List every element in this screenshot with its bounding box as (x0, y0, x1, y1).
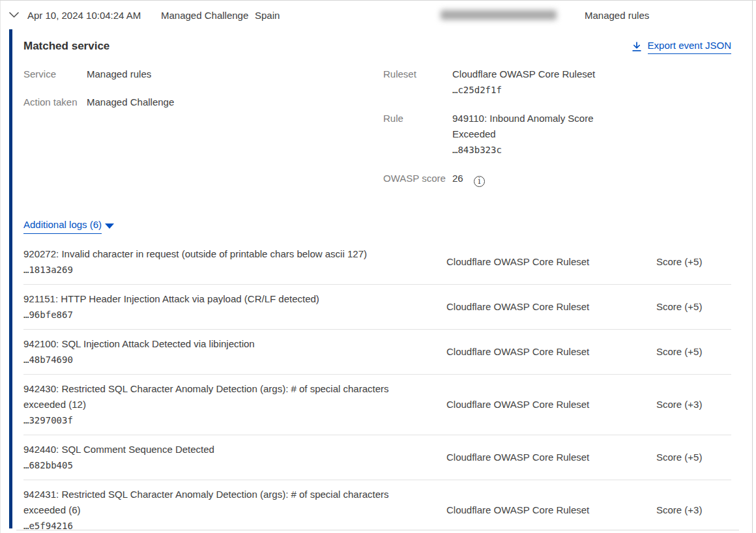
log-ruleset: Cloudflare OWASP Core Ruleset (446, 301, 656, 312)
rule-label: Rule (383, 111, 452, 158)
log-description: 921151: HTTP Header Injection Attack via… (23, 291, 427, 307)
log-rule-hash: …3297003f (23, 412, 427, 428)
next-row-border (16, 530, 739, 530)
owasp-score-label: OWASP score (383, 171, 452, 187)
service-value: Managed rules (87, 66, 151, 82)
event-timestamp: Apr 10, 2024 10:04:24 AM (27, 10, 141, 21)
event-row[interactable]: Apr 10, 2024 10:04:24 AM Managed Challen… (0, 1, 756, 29)
event-action: Managed Challenge (161, 10, 248, 21)
download-icon (632, 41, 642, 52)
redacted-value (441, 10, 557, 20)
event-country: Spain (255, 10, 280, 21)
log-description: 942430: Restricted SQL Character Anomaly… (23, 381, 427, 412)
additional-logs-toggle[interactable]: Additional logs (6) (23, 217, 114, 234)
log-rule-hash: …682bb405 (23, 457, 427, 473)
log-ruleset: Cloudflare OWASP Core Ruleset (446, 256, 656, 267)
log-rule-hash: …96bfe867 (23, 307, 427, 323)
log-description: 942440: SQL Comment Sequence Detected (23, 442, 427, 457)
service-label: Service (23, 66, 87, 82)
log-row: 920272: Invalid character in request (ou… (23, 240, 731, 284)
event-service: Managed rules (585, 10, 649, 21)
rule-id: …843b323c (452, 142, 609, 158)
ruleset-id: …c25d2f1f (452, 82, 595, 98)
ruleset-field: Ruleset Cloudflare OWASP Core Ruleset …c… (383, 66, 731, 98)
action-taken-field: Action taken Managed Challenge (23, 94, 383, 110)
section-title: Matched service (23, 38, 109, 54)
log-row: 942100: SQL Injection Attack Detected vi… (23, 329, 731, 374)
log-score: Score (+5) (656, 301, 731, 312)
rule-value: 949110: Inbound Anomaly Score Exceeded (452, 113, 594, 139)
log-description: 942100: SQL Injection Attack Detected vi… (23, 336, 427, 352)
export-event-json-label: Export event JSON (648, 38, 731, 54)
log-score: Score (+3) (656, 399, 731, 410)
log-description: 920272: Invalid character in request (ou… (23, 246, 427, 262)
log-ruleset: Cloudflare OWASP Core Ruleset (446, 399, 656, 410)
service-field: Service Managed rules (23, 66, 383, 82)
rule-field: Rule 949110: Inbound Anomaly Score Excee… (383, 111, 731, 158)
log-rule-hash: …1813a269 (23, 262, 427, 278)
event-detail-panel: Apr 10, 2024 10:04:24 AM Managed Challen… (0, 0, 756, 533)
log-row: 942431: Restricted SQL Character Anomaly… (23, 480, 731, 533)
additional-logs-list: 920272: Invalid character in request (ou… (23, 240, 731, 533)
caret-down-icon (105, 223, 114, 229)
info-icon[interactable]: i (474, 176, 485, 187)
matched-service-section: Matched service Export event JSON Servic… (9, 29, 756, 528)
action-taken-value: Managed Challenge (87, 94, 174, 110)
log-rule-hash: …e5f94216 (23, 518, 427, 533)
log-ruleset: Cloudflare OWASP Core Ruleset (446, 504, 656, 515)
log-rule-hash: …48b74690 (23, 352, 427, 367)
log-score: Score (+5) (656, 346, 731, 357)
action-taken-label: Action taken (23, 94, 87, 110)
additional-logs-label: Additional logs (6) (23, 217, 102, 234)
log-score: Score (+3) (656, 504, 731, 515)
owasp-score-value: 26 (452, 173, 463, 184)
log-row: 942440: SQL Comment Sequence Detected …6… (23, 435, 731, 480)
export-event-json-link[interactable]: Export event JSON (632, 38, 731, 54)
log-ruleset: Cloudflare OWASP Core Ruleset (446, 452, 656, 463)
table-left-border (0, 1, 1, 533)
log-score: Score (+5) (656, 256, 731, 267)
log-description: 942431: Restricted SQL Character Anomaly… (23, 487, 427, 518)
log-row: 921151: HTTP Header Injection Attack via… (23, 284, 731, 329)
log-score: Score (+5) (656, 452, 731, 463)
ruleset-label: Ruleset (383, 66, 452, 98)
owasp-score-field: OWASP score 26 i (383, 171, 731, 187)
table-right-border (752, 1, 753, 533)
ruleset-value: Cloudflare OWASP Core Ruleset (452, 68, 595, 79)
chevron-down-icon[interactable] (8, 10, 20, 21)
log-ruleset: Cloudflare OWASP Core Ruleset (446, 346, 656, 357)
log-row: 942430: Restricted SQL Character Anomaly… (23, 374, 731, 435)
